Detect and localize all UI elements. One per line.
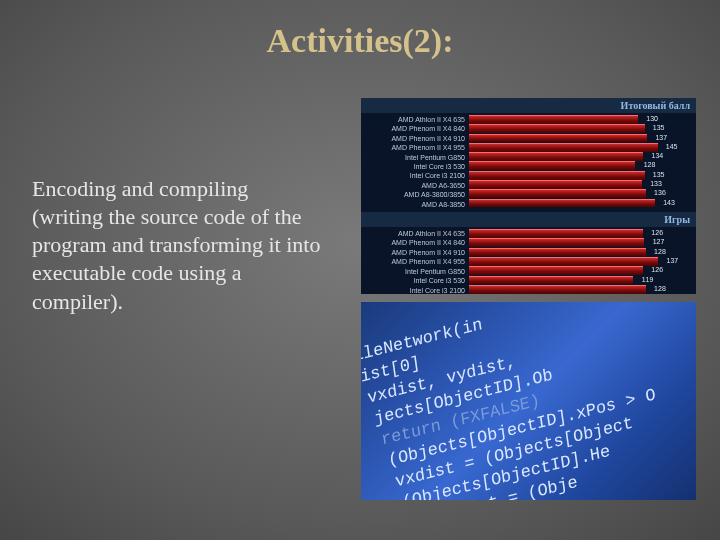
slide-title: Activities(2):	[0, 22, 720, 60]
chart-bar-value: 119	[642, 276, 654, 283]
chart-category-label: Intel Core i3 2100	[363, 171, 465, 180]
chart-bar: 126	[469, 266, 643, 275]
chart-bar-value: 134	[652, 152, 664, 159]
chart-bar: 128	[469, 161, 635, 170]
chart-category-label: Intel Core i3 530	[363, 162, 465, 171]
chart-bar: 135	[469, 171, 645, 180]
chart-bar: 135	[469, 124, 645, 133]
chart-2-title: Игры	[361, 212, 696, 227]
chart-bar: 133	[469, 180, 642, 189]
chart-bar: 128	[469, 285, 646, 294]
benchmark-charts: Итоговый балл AMD Athlon II X4 635AMD Ph…	[361, 98, 696, 294]
chart-bar: 128	[469, 248, 646, 257]
chart-category-label: AMD A8-3850	[363, 200, 465, 209]
chart-bar-value: 127	[653, 238, 665, 245]
code-image: ileNetwork(inist[0]vxdist, vydist,jects[…	[361, 302, 696, 500]
chart-category-label: Intel Core i3 2100	[363, 286, 465, 295]
chart-bar-value: 126	[651, 229, 663, 236]
chart-bar: 137	[469, 257, 658, 266]
chart-bar: 137	[469, 134, 647, 143]
chart-category-label: AMD A6-3650	[363, 181, 465, 190]
chart-bar-value: 145	[666, 143, 678, 150]
chart-bar: 119	[469, 276, 633, 285]
body-paragraph: Encoding and compiling (writing the sour…	[32, 175, 322, 316]
chart-bar-value: 128	[654, 285, 666, 292]
chart-1-title: Итоговый балл	[361, 98, 696, 113]
chart-category-label: AMD Phenom II X4 840	[363, 238, 465, 247]
chart-category-label: AMD Phenom II X4 955	[363, 143, 465, 152]
chart-bar-value: 128	[644, 161, 656, 168]
chart-bar-value: 137	[667, 257, 679, 264]
chart-bar: 143	[469, 199, 655, 208]
chart-category-label: AMD Phenom II X4 955	[363, 257, 465, 266]
chart-category-label: AMD A8-3800/3850	[363, 190, 465, 199]
chart-bar: 136	[469, 189, 646, 198]
code-line: ileNetwork(in	[361, 315, 484, 366]
chart-bar-value: 135	[653, 124, 665, 131]
chart-bar-value: 136	[654, 189, 666, 196]
chart-bar-value: 133	[650, 180, 662, 187]
chart-bar-value: 130	[646, 115, 658, 122]
chart-bar: 130	[469, 115, 638, 124]
chart-bar-value: 143	[663, 199, 675, 206]
chart-category-label: AMD Athlon II X4 635	[363, 229, 465, 238]
chart-bar-value: 137	[655, 134, 667, 141]
chart-category-label: AMD Phenom II X4 910	[363, 134, 465, 143]
chart-category-label: Intel Pentium G850	[363, 153, 465, 162]
chart-bar: 134	[469, 152, 643, 161]
chart-bar: 126	[469, 229, 643, 238]
chart-category-label: AMD Phenom II X4 840	[363, 124, 465, 133]
chart-bar-value: 135	[653, 171, 665, 178]
chart-bar-value: 128	[654, 248, 666, 255]
chart-bar-value: 126	[651, 266, 663, 273]
chart-bar: 127	[469, 238, 644, 247]
chart-bar: 145	[469, 143, 658, 152]
chart-category-label: AMD Athlon II X4 635	[363, 115, 465, 124]
chart-category-label: Intel Pentium G850	[363, 267, 465, 276]
chart-category-label: Intel Core i3 530	[363, 276, 465, 285]
chart-category-label: AMD Phenom II X4 910	[363, 248, 465, 257]
